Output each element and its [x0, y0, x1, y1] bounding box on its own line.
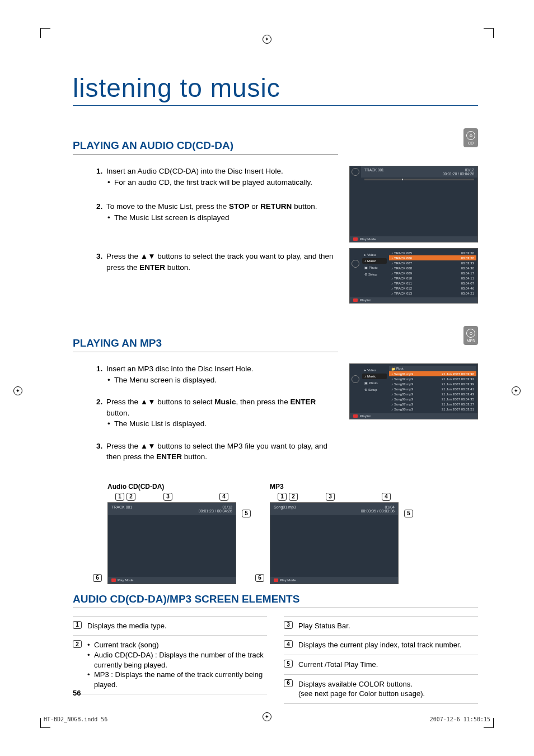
screenshot-mp3list: ▸Video ♪Music ▣Photo ⚙Setup 📁 Root ♪ Son…	[349, 363, 478, 419]
step: 2.Press the ▲▼ buttons to select Music, …	[106, 396, 338, 430]
section-heading: AUDIO CD(CD-DA)/MP3 SCREEN ELEMENTS	[73, 593, 478, 608]
callout-5: 5	[404, 510, 413, 517]
step-note: For an audio CD, the first track will be…	[106, 177, 338, 188]
element-row: 6 Displays available COLOR buttons.(see …	[284, 675, 478, 704]
crop-mark	[484, 28, 494, 38]
callout-1: 1	[278, 493, 287, 501]
step-note: The Music List is displayed.	[106, 418, 338, 430]
step: 3.Press the ▲▼ buttons to select the MP3…	[106, 441, 338, 463]
step: 1.Insert an MP3 disc into the Disc Inser…	[106, 363, 338, 385]
print-meta: HT-BD2_NOGB.indd 56 2007-12-6 11:50:15	[44, 716, 490, 722]
screenshot-player: TRACK 00101/1200:01:28 / 00:04:26 Play M…	[349, 166, 478, 242]
screenshot-tracklist: ▸Video ♪Music ▣Photo ⚙Setup ♪ TRACK 0050…	[349, 248, 478, 304]
callout-3: 3	[163, 493, 172, 501]
tab-photo: ▣Photo	[362, 264, 387, 270]
step-note: The Music List screen is displayed	[106, 212, 338, 223]
section-heading: PLAYING AN AUDIO CD(CD-DA)	[73, 139, 338, 155]
callout-4: 4	[382, 493, 391, 501]
element-row: 4 Displays the current play index, total…	[284, 636, 478, 655]
annotated-mp3-screenshot: MP3 1 2 3 4 Song01.mp301/0400:00:05 / 00…	[270, 483, 399, 584]
page-number: 56	[73, 689, 81, 697]
tab-photo: ▣Photo	[362, 380, 387, 386]
callout-2: 2	[289, 493, 298, 501]
section-heading: PLAYING AN MP3	[73, 337, 338, 352]
registration-mark-icon: ✦	[13, 386, 22, 395]
step-note: The Menu screen is displayed.	[106, 375, 338, 386]
mp3-badge-icon: MP3	[463, 326, 478, 345]
callout-6: 6	[93, 574, 102, 582]
step: 1.Insert an Audio CD(CD-DA) into the Dis…	[106, 166, 338, 188]
callout-5: 5	[242, 510, 251, 517]
element-row: 1 Displays the media type.	[73, 616, 267, 636]
callout-1: 1	[115, 493, 124, 501]
registration-mark-icon: ✦	[512, 386, 521, 395]
tab-video: ▸Video	[362, 251, 387, 258]
element-row: 3 Play Status Bar.	[284, 616, 478, 636]
tab-music: ♪Music	[362, 258, 387, 264]
cd-badge-icon: CD	[463, 128, 478, 147]
crop-mark	[40, 28, 50, 38]
callout-6: 6	[255, 574, 264, 582]
step: 2.To move to the Music List, press the S…	[106, 201, 338, 223]
page-title: listening to music	[73, 73, 478, 106]
element-row: 2 Current track (song) Audio CD(CD-DA) :…	[73, 636, 267, 694]
callout-3: 3	[326, 493, 335, 501]
registration-mark-icon: ✦	[263, 35, 271, 44]
tab-setup: ⚙Setup	[362, 386, 387, 393]
tab-video: ▸Video	[362, 367, 387, 373]
element-row: 5 Current /Total Play Time.	[284, 655, 478, 675]
tab-music: ♪Music	[362, 374, 387, 379]
callout-2: 2	[127, 493, 135, 501]
annotated-cd-screenshot: Audio CD(CD-DA) 1 2 3 4 TRACK 00101/1200…	[107, 483, 236, 584]
tab-setup: ⚙Setup	[362, 271, 387, 277]
callout-4: 4	[219, 493, 228, 501]
step: 3.Press the ▲▼ buttons to select the tra…	[106, 251, 338, 273]
